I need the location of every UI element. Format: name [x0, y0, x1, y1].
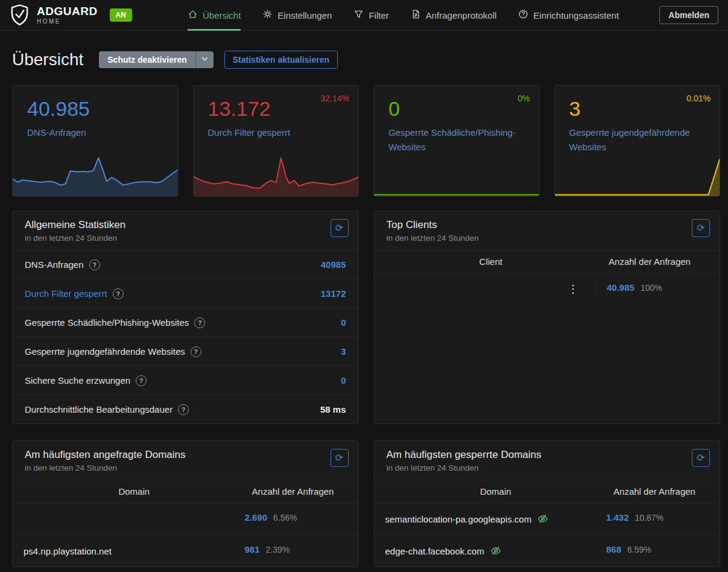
card-period: in den letzten 24 Stunden: [387, 463, 542, 472]
chevron-down-icon: [201, 55, 209, 65]
request-percent: 6.59%: [627, 545, 651, 555]
domain-name: edge-chat.facebook.com: [385, 546, 484, 556]
disable-protection-button[interactable]: Schutz deaktivieren: [99, 51, 195, 68]
dns-anfragen-sparkline: [13, 153, 178, 196]
logout-button[interactable]: Abmelden: [659, 6, 718, 24]
request-percent: 6.56%: [273, 513, 297, 523]
card-title: Am häufigsten angefragte Domains: [25, 449, 186, 461]
nav-item-filter[interactable]: Filter: [353, 0, 388, 31]
card-period: in den letzten 24 Stunden: [25, 234, 125, 243]
stat-label: Durch Filter gesperrt: [208, 126, 338, 139]
nav-item-uebersicht[interactable]: Übersicht: [188, 0, 241, 31]
domain-name: ps4.np.playstation.net: [24, 546, 112, 556]
stat-row-value: 13172: [321, 288, 346, 299]
top-blocked-domains-card: Am häufigsten gesperrte Domains in den l…: [374, 440, 721, 567]
eye-off-icon[interactable]: [490, 545, 502, 557]
refresh-statistics-button[interactable]: Statistiken aktualisieren: [224, 51, 338, 69]
help-icon[interactable]: ?: [194, 317, 205, 328]
table-row: ⋮ 40.985 100%: [375, 273, 720, 305]
request-percent: 2.39%: [266, 545, 290, 555]
stat-row-bearbeitungsdauer: Durchschnittliche Bearbeitungsdauer ? 58…: [13, 395, 358, 424]
column-domain: Domain: [24, 486, 245, 497]
stat-card-phishing-websites: 0% 0 Gesperrte Schädliche/Phishing-Websi…: [373, 85, 540, 197]
stat-row-value: 3: [341, 346, 346, 357]
stat-row-value: 0: [341, 317, 346, 328]
shield-icon: [10, 4, 30, 27]
phishing-sparkline: [374, 153, 539, 196]
table-row: 2.690 6.56%: [13, 503, 358, 535]
request-percent: 100%: [641, 283, 662, 293]
page-title: Übersicht: [12, 50, 83, 69]
gesperrt-sparkline: [194, 153, 359, 196]
request-count: 2.690: [245, 512, 268, 523]
nav-item-einrichtungsassistent[interactable]: Einrichtungsassistent: [518, 0, 619, 31]
column-count: Anzahl der Anfragen: [597, 256, 703, 267]
card-title: Top Clients: [387, 219, 479, 231]
stat-card-dns-anfragen: 40.985 DNS-Anfragen: [12, 85, 179, 197]
stat-row-durch-filter-gesperrt: Durch Filter gesperrt ? 13172: [13, 279, 358, 308]
stat-value: 40.985: [27, 98, 163, 120]
request-count: 1.432: [606, 512, 629, 523]
general-statistics-card: Allgemeine Statistiken in den letzten 24…: [12, 211, 359, 424]
gear-icon: [262, 9, 273, 21]
brand-name: ADGUARD: [37, 5, 98, 17]
nav-item-anfragenprotokoll[interactable]: Anfragenprotokoll: [411, 0, 497, 31]
nav-item-einstellungen[interactable]: Einstellungen: [262, 0, 332, 31]
eye-off-icon[interactable]: [537, 513, 549, 525]
table-row: ps4.np.playstation.net 981 2.39%: [13, 535, 358, 567]
request-count: 981: [245, 544, 260, 555]
stat-cards: 40.985 DNS-Anfragen 32.14% 13.172 Durch …: [12, 85, 720, 197]
column-domain: Domain: [385, 486, 607, 497]
refresh-icon[interactable]: ⟳: [331, 449, 349, 467]
stat-row-dns-anfragen: DNS-Anfragen ? 40985: [13, 250, 358, 279]
question-circle-icon: [518, 9, 528, 21]
refresh-icon[interactable]: ⟳: [692, 449, 710, 467]
column-count: Anzahl der Anfragen: [245, 486, 341, 497]
top-clients-card: Top Clients in den letzten 24 Stunden ⟳ …: [374, 211, 721, 424]
table-header: Client Anzahl der Anfragen: [375, 250, 720, 273]
refresh-icon[interactable]: ⟳: [692, 219, 710, 237]
stat-row-value: 0: [341, 375, 346, 386]
kebab-menu-icon[interactable]: ⋮: [568, 284, 578, 294]
brand-sub: HOME: [37, 19, 98, 25]
main-content: Übersicht Schutz deaktivieren Statistike…: [0, 50, 728, 567]
help-icon[interactable]: ?: [191, 346, 201, 357]
stat-label: Gesperrte Schädliche/Phishing-Websites: [388, 126, 518, 154]
request-count: 868: [606, 544, 621, 555]
refresh-icon[interactable]: ⟳: [331, 219, 349, 237]
stat-row-value: 58 ms: [320, 404, 346, 415]
domain-name: semanticlocation-pa.googleapis.com: [385, 514, 532, 524]
table-row: semanticlocation-pa.googleapis.com 1.432…: [375, 503, 720, 535]
table-row: edge-chat.facebook.com 868 6.59%: [375, 535, 720, 567]
stat-row-jugendschutz: Gesperrte jugendgefährdende Websites ? 3: [13, 337, 358, 366]
help-icon[interactable]: ?: [113, 288, 124, 299]
stat-row-value: 40985: [321, 259, 346, 270]
stat-value: 13.172: [208, 98, 344, 120]
disable-protection-dropdown-button[interactable]: [195, 51, 214, 68]
stat-card-durch-filter-gesperrt: 32.14% 13.172 Durch Filter gesperrt: [193, 85, 359, 197]
column-count: Anzahl der Anfragen: [606, 486, 703, 497]
table-header: Domain Anzahl der Anfragen: [375, 480, 720, 503]
stat-label: DNS-Anfragen: [27, 126, 157, 139]
card-period: in den letzten 24 Stunden: [25, 463, 186, 472]
document-icon: [411, 9, 421, 21]
stat-card-jugendschutz-websites: 0.01% 3 Gesperrte jugendgefährdende Webs…: [554, 85, 721, 197]
card-period: in den letzten 24 Stunden: [387, 234, 479, 243]
stat-row-phishing: Gesperrte Schädliche/Phishing-Websites ?…: [13, 308, 358, 337]
stat-value: 0: [388, 98, 525, 120]
stat-label: Gesperrte jugendgefährdende Websites: [569, 126, 699, 154]
card-title: Allgemeine Statistiken: [25, 219, 125, 231]
help-icon[interactable]: ?: [136, 375, 147, 386]
home-icon: [188, 9, 198, 21]
jugendschutz-sparkline: [555, 153, 720, 196]
adguard-home-logo[interactable]: ADGUARD HOME AN: [10, 4, 132, 27]
table-header: Domain Anzahl der Anfragen: [13, 480, 358, 503]
funnel-icon: [353, 9, 364, 21]
page-header: Übersicht Schutz deaktivieren Statistike…: [12, 50, 720, 69]
help-icon[interactable]: ?: [178, 404, 189, 415]
column-client: Client: [385, 256, 597, 267]
request-count: 40.985: [607, 282, 635, 293]
main-nav: Übersicht Einstellungen Filter: [188, 0, 619, 31]
stat-row-sichere-suche: Sichere Suche erzwungen ? 0: [13, 366, 358, 395]
help-icon[interactable]: ?: [89, 259, 100, 270]
